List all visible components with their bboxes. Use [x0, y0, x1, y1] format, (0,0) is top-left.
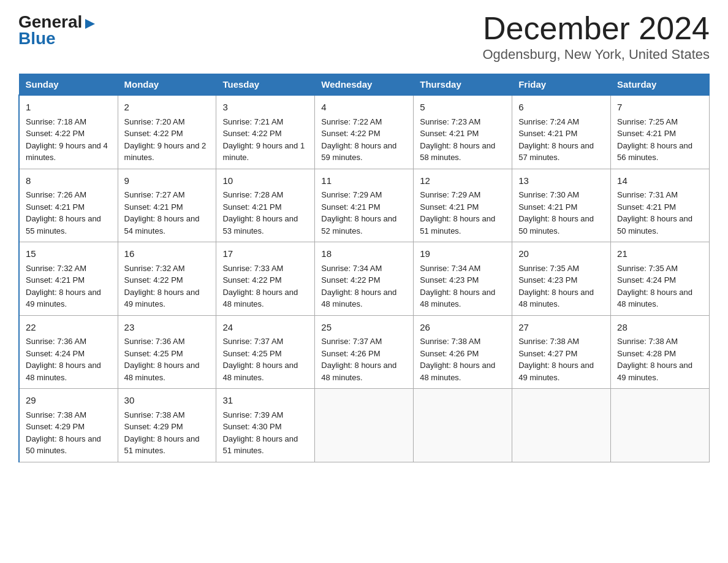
sunset-label: Sunset: 4:22 PM: [222, 129, 281, 138]
calendar-cell: 22Sunrise: 7:36 AMSunset: 4:24 PMDayligh…: [19, 315, 118, 389]
column-header-thursday: Thursday: [414, 74, 512, 96]
day-number: 31: [222, 394, 308, 408]
day-info: Sunrise: 7:39 AMSunset: 4:30 PMDaylight:…: [222, 409, 308, 457]
logo-blue-text: Blue: [18, 29, 56, 48]
sunset-label: Sunset: 4:21 PM: [420, 129, 479, 138]
daylight-label: Daylight: 8 hours and 48 minutes.: [222, 361, 298, 382]
sunrise-label: Sunrise: 7:22 AM: [321, 117, 382, 126]
day-info: Sunrise: 7:20 AMSunset: 4:22 PMDaylight:…: [124, 116, 210, 164]
day-number: 15: [26, 247, 112, 261]
day-number: 6: [518, 101, 604, 115]
calendar-week-3: 15Sunrise: 7:32 AMSunset: 4:21 PMDayligh…: [19, 242, 710, 316]
day-number: 12: [420, 174, 506, 188]
calendar-cell: 7Sunrise: 7:25 AMSunset: 4:21 PMDaylight…: [611, 95, 710, 169]
column-header-sunday: Sunday: [19, 74, 118, 96]
sunrise-label: Sunrise: 7:38 AM: [26, 410, 86, 419]
sunset-label: Sunset: 4:24 PM: [26, 349, 85, 358]
calendar-cell: 30Sunrise: 7:38 AMSunset: 4:29 PMDayligh…: [118, 389, 216, 462]
title-block: December 2024 Ogdensburg, New York, Unit…: [482, 12, 710, 63]
daylight-label: Daylight: 8 hours and 48 minutes.: [420, 288, 495, 309]
sunrise-label: Sunrise: 7:32 AM: [124, 264, 185, 273]
calendar-cell: 14Sunrise: 7:31 AMSunset: 4:21 PMDayligh…: [611, 169, 710, 242]
day-info: Sunrise: 7:24 AMSunset: 4:21 PMDaylight:…: [518, 116, 604, 164]
sunset-label: Sunset: 4:30 PM: [222, 422, 281, 431]
sunrise-label: Sunrise: 7:36 AM: [124, 337, 185, 346]
calendar-cell: 19Sunrise: 7:34 AMSunset: 4:23 PMDayligh…: [414, 242, 512, 316]
day-number: 10: [222, 174, 308, 188]
location-title: Ogdensburg, New York, United States: [482, 47, 710, 63]
calendar-cell: 15Sunrise: 7:32 AMSunset: 4:21 PMDayligh…: [19, 242, 118, 316]
calendar-cell: 10Sunrise: 7:28 AMSunset: 4:21 PMDayligh…: [216, 169, 315, 242]
calendar-table: SundayMondayTuesdayWednesdayThursdayFrid…: [18, 74, 710, 462]
sunrise-label: Sunrise: 7:39 AM: [222, 410, 283, 419]
sunrise-label: Sunrise: 7:38 AM: [420, 337, 480, 346]
sunset-label: Sunset: 4:29 PM: [26, 422, 85, 431]
sunrise-label: Sunrise: 7:35 AM: [617, 264, 678, 273]
calendar-cell: 11Sunrise: 7:29 AMSunset: 4:21 PMDayligh…: [315, 169, 414, 242]
logo-arrow-icon: [84, 18, 96, 33]
day-number: 25: [321, 321, 407, 335]
daylight-label: Daylight: 8 hours and 50 minutes.: [518, 214, 594, 236]
day-number: 14: [617, 174, 703, 188]
day-number: 18: [321, 247, 407, 261]
day-info: Sunrise: 7:36 AMSunset: 4:25 PMDaylight:…: [124, 335, 210, 383]
calendar-cell: [315, 389, 414, 462]
day-number: 2: [124, 101, 210, 115]
sunrise-label: Sunrise: 7:21 AM: [222, 117, 283, 126]
day-info: Sunrise: 7:38 AMSunset: 4:29 PMDaylight:…: [124, 409, 210, 457]
daylight-label: Daylight: 8 hours and 49 minutes.: [617, 361, 692, 382]
calendar-week-5: 29Sunrise: 7:38 AMSunset: 4:29 PMDayligh…: [19, 389, 710, 462]
daylight-label: Daylight: 8 hours and 48 minutes.: [222, 288, 298, 309]
day-number: 4: [321, 101, 407, 115]
calendar-cell: 6Sunrise: 7:24 AMSunset: 4:21 PMDaylight…: [512, 95, 611, 169]
sunset-label: Sunset: 4:21 PM: [518, 129, 577, 138]
logo: General Blue: [18, 12, 96, 48]
day-info: Sunrise: 7:37 AMSunset: 4:25 PMDaylight:…: [222, 335, 308, 383]
day-info: Sunrise: 7:35 AMSunset: 4:24 PMDaylight:…: [617, 262, 703, 310]
sunrise-label: Sunrise: 7:23 AM: [420, 117, 480, 126]
sunset-label: Sunset: 4:21 PM: [518, 202, 577, 212]
daylight-label: Daylight: 8 hours and 48 minutes.: [321, 288, 396, 309]
column-header-monday: Monday: [118, 74, 216, 96]
calendar-cell: [414, 389, 512, 462]
sunset-label: Sunset: 4:21 PM: [420, 202, 479, 212]
sunrise-label: Sunrise: 7:26 AM: [26, 190, 86, 199]
day-info: Sunrise: 7:37 AMSunset: 4:26 PMDaylight:…: [321, 335, 407, 383]
column-header-friday: Friday: [512, 74, 611, 96]
daylight-label: Daylight: 8 hours and 55 minutes.: [26, 214, 101, 236]
sunset-label: Sunset: 4:21 PM: [124, 202, 183, 212]
daylight-label: Daylight: 8 hours and 57 minutes.: [518, 141, 594, 163]
sunset-label: Sunset: 4:24 PM: [617, 275, 676, 285]
daylight-label: Daylight: 9 hours and 2 minutes.: [124, 141, 207, 163]
sunrise-label: Sunrise: 7:29 AM: [420, 190, 480, 199]
sunrise-label: Sunrise: 7:35 AM: [518, 264, 579, 273]
sunset-label: Sunset: 4:21 PM: [26, 275, 85, 285]
daylight-label: Daylight: 8 hours and 49 minutes.: [518, 361, 594, 382]
day-info: Sunrise: 7:21 AMSunset: 4:22 PMDaylight:…: [222, 116, 308, 164]
daylight-label: Daylight: 8 hours and 59 minutes.: [321, 141, 396, 163]
calendar-cell: 3Sunrise: 7:21 AMSunset: 4:22 PMDaylight…: [216, 95, 315, 169]
calendar-week-2: 8Sunrise: 7:26 AMSunset: 4:21 PMDaylight…: [19, 169, 710, 242]
calendar-cell: 8Sunrise: 7:26 AMSunset: 4:21 PMDaylight…: [19, 169, 118, 242]
sunset-label: Sunset: 4:25 PM: [124, 349, 183, 358]
daylight-label: Daylight: 8 hours and 52 minutes.: [321, 214, 396, 236]
svg-marker-0: [85, 19, 95, 29]
sunset-label: Sunset: 4:22 PM: [26, 129, 85, 138]
sunset-label: Sunset: 4:29 PM: [124, 422, 183, 431]
day-info: Sunrise: 7:36 AMSunset: 4:24 PMDaylight:…: [26, 335, 112, 383]
day-number: 5: [420, 101, 506, 115]
day-info: Sunrise: 7:38 AMSunset: 4:26 PMDaylight:…: [420, 335, 506, 383]
day-info: Sunrise: 7:30 AMSunset: 4:21 PMDaylight:…: [518, 189, 604, 237]
sunrise-label: Sunrise: 7:34 AM: [420, 264, 480, 273]
daylight-label: Daylight: 8 hours and 50 minutes.: [617, 214, 692, 236]
daylight-label: Daylight: 8 hours and 48 minutes.: [124, 361, 200, 382]
day-number: 22: [26, 321, 112, 335]
calendar-cell: 25Sunrise: 7:37 AMSunset: 4:26 PMDayligh…: [315, 315, 414, 389]
sunset-label: Sunset: 4:21 PM: [617, 202, 676, 212]
sunrise-label: Sunrise: 7:38 AM: [617, 337, 678, 346]
sunrise-label: Sunrise: 7:18 AM: [26, 117, 86, 126]
calendar-cell: 16Sunrise: 7:32 AMSunset: 4:22 PMDayligh…: [118, 242, 216, 316]
calendar-cell: 5Sunrise: 7:23 AMSunset: 4:21 PMDaylight…: [414, 95, 512, 169]
daylight-label: Daylight: 8 hours and 54 minutes.: [124, 214, 200, 236]
day-info: Sunrise: 7:29 AMSunset: 4:21 PMDaylight:…: [420, 189, 506, 237]
